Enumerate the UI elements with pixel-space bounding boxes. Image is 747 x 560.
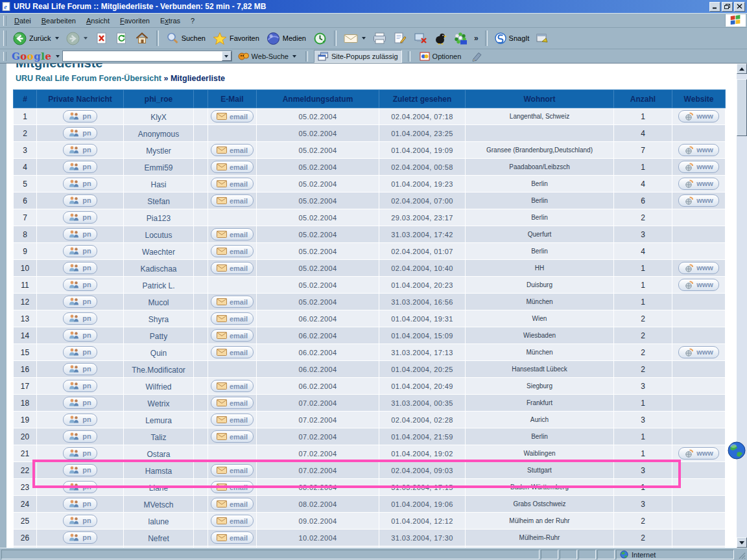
email-button[interactable]: email — [211, 397, 254, 409]
member-name-link[interactable]: Wetrix — [148, 399, 170, 408]
toolbar-grip[interactable] — [3, 30, 6, 46]
forward-dropdown[interactable] — [84, 37, 88, 40]
print-button[interactable] — [370, 31, 390, 45]
pn-button[interactable]: pn — [63, 464, 97, 476]
pn-button[interactable]: pn — [63, 296, 97, 308]
email-button[interactable]: email — [211, 329, 254, 342]
snagit-capture-icon[interactable] — [533, 32, 551, 45]
pn-button[interactable]: pn — [63, 531, 97, 544]
member-name-link[interactable]: lalune — [148, 517, 169, 526]
menubar-grip[interactable] — [3, 16, 6, 26]
www-button[interactable]: www — [678, 161, 719, 173]
search-button[interactable]: Suchen — [163, 30, 209, 46]
snagit-button[interactable]: SnagIt — [492, 31, 533, 45]
scrollbar-thumb[interactable] — [737, 79, 747, 136]
member-name-link[interactable]: Pia123 — [147, 214, 171, 223]
pn-button[interactable]: pn — [63, 447, 97, 460]
email-button[interactable]: email — [211, 380, 254, 392]
mail-button[interactable] — [340, 32, 369, 45]
www-button[interactable]: www — [678, 194, 719, 207]
member-name-link[interactable]: Wilfried — [145, 382, 171, 391]
member-name-link[interactable]: Patty — [150, 332, 167, 341]
menu-item-favoriten[interactable]: Favoriten — [115, 15, 155, 27]
www-button[interactable]: www — [678, 447, 719, 460]
favorites-button[interactable]: Favoriten — [209, 30, 263, 47]
member-name-link[interactable]: Hamsta — [145, 467, 172, 476]
email-button[interactable]: email — [211, 262, 254, 274]
member-name-link[interactable]: Kadischaa — [140, 264, 176, 274]
googlebar-grip[interactable] — [3, 52, 6, 61]
bird-app-icon[interactable] — [431, 30, 450, 46]
www-button[interactable]: www — [678, 178, 719, 190]
www-button[interactable]: www — [678, 144, 719, 156]
member-name-link[interactable]: The.Modificator — [132, 366, 185, 375]
member-name-link[interactable]: Ostara — [147, 450, 170, 459]
pn-button[interactable]: pn — [63, 397, 97, 409]
pn-button[interactable]: pn — [63, 515, 97, 527]
menu-item-bearbeiten[interactable]: Bearbeiten — [36, 15, 81, 27]
highlighter-icon[interactable] — [471, 51, 482, 62]
email-button[interactable]: email — [211, 481, 254, 493]
email-button[interactable]: email — [211, 312, 254, 325]
www-button[interactable]: www — [678, 346, 719, 358]
member-name-link[interactable]: Anonymous — [138, 130, 179, 139]
back-dropdown[interactable] — [55, 37, 59, 40]
pn-button[interactable]: pn — [63, 245, 97, 257]
edit-button[interactable] — [390, 30, 410, 46]
member-name-link[interactable]: Hasi — [150, 180, 166, 189]
pn-button[interactable]: pn — [63, 110, 97, 122]
email-button[interactable]: email — [211, 296, 254, 308]
member-name-link[interactable]: Mucol — [148, 298, 169, 307]
email-button[interactable]: email — [211, 430, 254, 443]
floating-globe-icon[interactable] — [727, 441, 746, 460]
menu-item-datei[interactable]: Datei — [9, 15, 36, 27]
email-button[interactable]: email — [211, 464, 254, 476]
member-name-link[interactable]: Stefan — [147, 197, 170, 206]
email-button[interactable]: email — [211, 194, 254, 207]
messenger-blocked-icon[interactable] — [410, 31, 430, 45]
member-name-link[interactable]: Liane — [149, 484, 168, 493]
pn-button[interactable]: pn — [63, 228, 97, 240]
pn-button[interactable]: pn — [63, 144, 97, 156]
menu-item-extras[interactable]: Extras — [155, 15, 185, 27]
pn-button[interactable]: pn — [63, 498, 97, 510]
pn-button[interactable]: pn — [63, 430, 97, 443]
vertical-scrollbar[interactable] — [737, 64, 747, 548]
www-button[interactable]: www — [678, 279, 719, 291]
www-button[interactable]: www — [678, 262, 719, 274]
member-name-link[interactable]: Lemura — [145, 416, 172, 425]
pn-button[interactable]: pn — [63, 211, 97, 224]
google-search-dropdown[interactable] — [222, 51, 231, 61]
member-name-link[interactable]: Mystler — [146, 146, 171, 156]
pn-button[interactable]: pn — [63, 481, 97, 493]
google-search-input[interactable] — [63, 52, 222, 60]
menu-item-?[interactable]: ? — [185, 15, 200, 27]
pn-button[interactable]: pn — [63, 346, 97, 358]
member-name-link[interactable]: Quin — [150, 349, 167, 358]
resize-grip[interactable] — [735, 550, 746, 559]
web-search-button[interactable]: Web-Suche — [235, 50, 300, 62]
close-button[interactable] — [734, 2, 745, 12]
member-name-link[interactable]: Taliz — [150, 433, 166, 442]
options-button[interactable]: Optionen — [416, 51, 465, 62]
mail-dropdown[interactable] — [362, 37, 366, 40]
back-button[interactable]: Zurück — [10, 30, 62, 47]
pn-button[interactable]: pn — [63, 279, 97, 291]
breadcrumb-forum-link[interactable]: URU Real Life Forum Foren-Übersicht — [16, 74, 161, 83]
minimize-button[interactable] — [709, 2, 720, 12]
email-button[interactable]: email — [211, 531, 254, 544]
pn-button[interactable]: pn — [63, 262, 97, 274]
ie-page-icon[interactable]: e — [2, 2, 11, 11]
email-button[interactable]: email — [211, 515, 254, 527]
refresh-button[interactable] — [112, 30, 131, 46]
google-logo-dropdown[interactable] — [56, 55, 60, 58]
pn-button[interactable]: pn — [63, 161, 97, 173]
pn-button[interactable]: pn — [63, 127, 97, 139]
scroll-up-button[interactable] — [737, 64, 747, 74]
email-button[interactable]: email — [211, 144, 254, 156]
toolbar-overflow-chevron[interactable]: » — [471, 34, 481, 43]
restore-button[interactable] — [722, 2, 733, 12]
menu-item-ansicht[interactable]: Ansicht — [81, 15, 115, 27]
history-button[interactable] — [310, 30, 330, 47]
icq-lite-icon[interactable] — [451, 30, 471, 46]
